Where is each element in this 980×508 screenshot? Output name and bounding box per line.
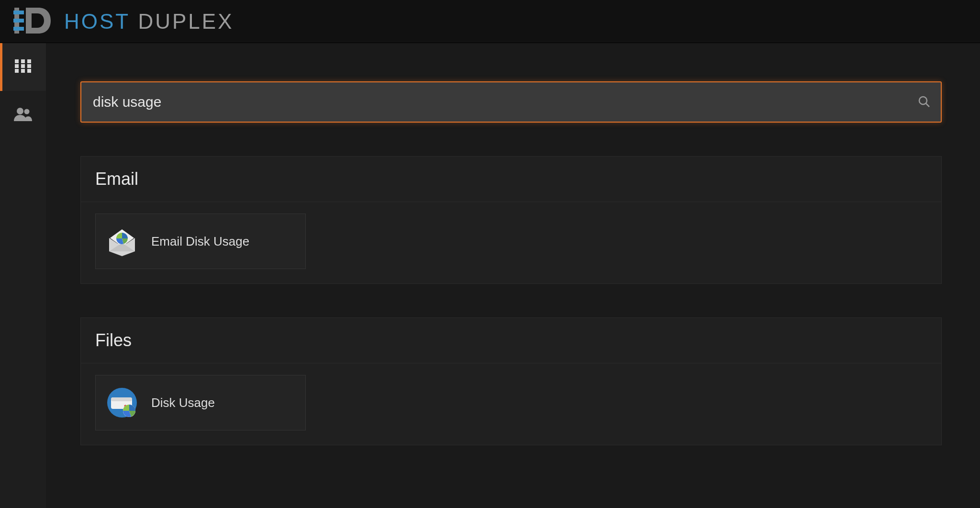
users-icon: [14, 107, 32, 123]
brand-logo: HOST DUPLEX: [13, 6, 234, 37]
search-input[interactable]: [81, 82, 907, 122]
svg-point-13: [17, 108, 23, 114]
brand-word-duplex: DUPLEX: [138, 10, 234, 33]
top-header: HOST DUPLEX: [0, 0, 980, 43]
search-icon: [918, 95, 930, 109]
section-email-body: Email Disk Usage: [81, 202, 941, 283]
apps-grid-icon: [15, 59, 31, 75]
svg-point-15: [919, 97, 927, 104]
svg-rect-7: [15, 64, 19, 68]
section-files-body: Disk Usage: [81, 363, 941, 445]
tile-disk-usage[interactable]: Disk Usage: [95, 375, 306, 430]
brand-wordmark: HOST DUPLEX: [64, 10, 234, 34]
svg-rect-2: [13, 19, 24, 23]
svg-point-14: [24, 109, 30, 114]
section-email-title: Email: [81, 157, 941, 202]
section-files: Files: [80, 317, 942, 445]
svg-rect-3: [13, 27, 24, 31]
svg-rect-12: [27, 69, 31, 73]
svg-rect-5: [21, 59, 25, 63]
email-disk-usage-icon: [106, 226, 138, 257]
search-bar[interactable]: [80, 81, 942, 123]
tile-email-disk-usage-label: Email Disk Usage: [151, 234, 249, 249]
tile-disk-usage-label: Disk Usage: [151, 395, 215, 410]
brand-mark-icon: [13, 6, 52, 37]
section-email: Email: [80, 156, 942, 284]
search-button[interactable]: [907, 82, 941, 122]
section-files-title: Files: [81, 318, 941, 363]
left-sidebar: [0, 43, 46, 508]
svg-rect-9: [27, 64, 31, 68]
svg-rect-6: [27, 59, 31, 63]
svg-rect-11: [21, 69, 25, 73]
sidebar-item-users[interactable]: [0, 91, 46, 139]
svg-rect-4: [15, 59, 19, 63]
svg-line-16: [926, 103, 929, 107]
brand-word-host: HOST: [64, 10, 130, 33]
disk-usage-icon: [106, 387, 138, 418]
tile-email-disk-usage[interactable]: Email Disk Usage: [95, 214, 306, 269]
sidebar-item-apps[interactable]: [0, 43, 46, 91]
main-content: Email: [46, 43, 980, 508]
svg-rect-1: [13, 11, 24, 14]
svg-rect-8: [21, 64, 25, 68]
svg-rect-10: [15, 69, 19, 73]
svg-rect-25: [111, 397, 132, 401]
